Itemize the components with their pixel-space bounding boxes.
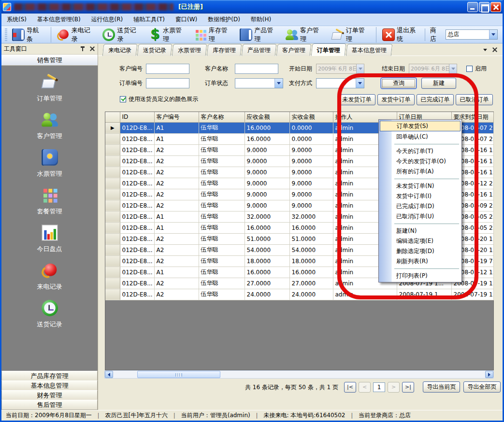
tab[interactable]: 基本信息管理: [346, 44, 393, 56]
end-date-picker[interactable]: 2009年 6月 8日: [409, 64, 457, 74]
pin-icon[interactable]: [80, 46, 86, 52]
query-button[interactable]: 查询: [381, 78, 417, 89]
order-status-combo[interactable]: [235, 78, 283, 88]
enable-checkbox[interactable]: [466, 66, 473, 72]
context-menu-item[interactable]: 删除选定项(D): [380, 246, 461, 256]
new-button[interactable]: 新建: [421, 78, 456, 89]
context-menu-item[interactable]: 今天的发货订单(O): [380, 156, 461, 167]
sidebar-item[interactable]: 今日盘点: [37, 224, 62, 253]
sidebar-item[interactable]: 套餐管理: [37, 186, 62, 216]
menu-bar-item[interactable]: 帮助(H): [245, 14, 276, 26]
row-selector-cell[interactable]: [105, 178, 120, 189]
export-current-page-button[interactable]: 导出当前页: [423, 381, 460, 393]
toolbar-button[interactable]: 产品管理: [236, 27, 282, 42]
tab[interactable]: 来电记录: [102, 44, 138, 56]
context-menu-item[interactable]: [380, 177, 461, 181]
tab[interactable]: 送货记录: [137, 44, 173, 56]
tab[interactable]: 库存管理: [207, 44, 242, 56]
column-header[interactable]: 应收金额: [245, 112, 289, 122]
status-filter-button[interactable]: 已完成订单: [417, 94, 454, 105]
sidebar-item[interactable]: 水票管理: [37, 149, 62, 178]
sidebar-item[interactable]: 送货记录: [37, 299, 62, 329]
context-menu-item[interactable]: [380, 267, 461, 271]
row-selector-cell[interactable]: [105, 167, 120, 178]
context-menu-item[interactable]: 新建(N): [380, 226, 461, 236]
maximize-button[interactable]: [479, 2, 490, 12]
close-button[interactable]: [490, 2, 501, 12]
row-selector-cell[interactable]: [105, 144, 120, 155]
sidebar-item[interactable]: 客户管理: [37, 111, 62, 141]
column-header[interactable]: [105, 112, 120, 122]
toolbar-button[interactable]: 库存管理: [191, 27, 237, 42]
scroll-right-button[interactable]: [485, 371, 493, 378]
status-filter-button[interactable]: 发货中订单: [377, 94, 415, 105]
toolbar-grip[interactable]: [5, 28, 7, 41]
shop-combo[interactable]: 总店: [446, 29, 498, 40]
tab[interactable]: 订单管理: [311, 43, 346, 56]
tab[interactable]: 客户管理: [276, 44, 312, 56]
pay-method-drop[interactable]: [356, 79, 364, 88]
next-page-button[interactable]: >: [388, 382, 400, 393]
order-no-input[interactable]: [146, 78, 189, 88]
context-menu-item[interactable]: 已取消订单(U): [380, 211, 461, 222]
context-menu-item[interactable]: 刷新列表(R): [380, 256, 461, 267]
driver-color-checkbox[interactable]: [120, 96, 126, 102]
export-all-pages-button[interactable]: 导出全部页: [463, 381, 501, 393]
tab[interactable]: 水票管理: [172, 44, 207, 56]
scroll-left-button[interactable]: [105, 371, 113, 378]
page-number-input[interactable]: [373, 382, 385, 392]
menu-bar-item[interactable]: 系统(S): [1, 14, 32, 26]
row-selector-cell[interactable]: ▶: [105, 122, 120, 133]
row-selector-cell[interactable]: [105, 278, 120, 289]
toolbar-button[interactable]: 客户管理: [282, 27, 328, 42]
customer-name-input[interactable]: [235, 64, 278, 74]
status-filter-button[interactable]: 未发货订单: [338, 94, 375, 105]
context-menu-item[interactable]: 已完成订单(D): [380, 201, 461, 211]
context-menu-item[interactable]: 编辑选定项(E): [380, 236, 461, 246]
row-selector-cell[interactable]: [105, 255, 120, 267]
start-date-drop[interactable]: [356, 64, 364, 73]
row-selector-cell[interactable]: [105, 289, 120, 300]
toolbar-button[interactable]: 送货记录: [99, 27, 145, 42]
context-menu-item[interactable]: [380, 142, 461, 146]
first-page-button[interactable]: |<: [344, 382, 356, 393]
sidebar-group-bar[interactable]: 基本信息管理: [1, 380, 98, 391]
toolbar-button[interactable]: 水票管理: [145, 27, 191, 42]
pay-method-combo[interactable]: [316, 78, 364, 88]
column-header[interactable]: 客户名称: [199, 112, 245, 122]
scrollbar-thumb[interactable]: [137, 371, 220, 378]
context-menu-item[interactable]: 未发货订单(N): [380, 181, 461, 191]
menu-bar-item[interactable]: 数据维护(D): [202, 14, 245, 26]
context-menu-item[interactable]: 所有的订单(A): [380, 167, 461, 177]
menu-bar-item[interactable]: 窗口(W): [170, 14, 202, 26]
context-menu-item[interactable]: 回单确认(C): [380, 132, 461, 142]
start-date-picker[interactable]: 2009年 6月 8日: [316, 64, 364, 74]
context-menu-item[interactable]: 打印列表(P): [380, 271, 461, 281]
context-menu-item[interactable]: 订单发货(S): [380, 121, 461, 131]
tab-list-dropdown-icon[interactable]: [483, 49, 487, 51]
scrollbar-track[interactable]: [113, 371, 485, 378]
column-header[interactable]: 客户编号: [154, 112, 199, 122]
context-menu-item[interactable]: [380, 222, 461, 226]
row-selector-cell[interactable]: [105, 133, 120, 144]
shop-combo-drop[interactable]: [489, 30, 497, 39]
menu-bar-item[interactable]: 辅助工具(T): [128, 14, 170, 26]
row-selector-cell[interactable]: [105, 222, 120, 233]
column-header[interactable]: 实收金额: [289, 112, 333, 122]
toolbar-button[interactable]: 来电记录: [51, 27, 100, 42]
table-row[interactable]: 012D-E8... A2 伍华聪 24.0000 24.0000 admin …: [105, 289, 493, 300]
sidebar-group-bar[interactable]: 售后管理: [1, 400, 98, 410]
menu-bar-item[interactable]: 基本信息管理(B): [32, 14, 86, 26]
row-selector-cell[interactable]: [105, 211, 120, 222]
row-selector-cell[interactable]: [105, 155, 120, 167]
toolbar-button[interactable]: 退出系统: [376, 27, 425, 42]
row-selector-cell[interactable]: [105, 233, 120, 244]
tab[interactable]: 产品管理: [242, 44, 277, 56]
last-page-button[interactable]: >|: [402, 382, 414, 393]
row-selector-cell[interactable]: [105, 200, 120, 211]
column-header[interactable]: ID: [120, 112, 154, 122]
end-date-drop[interactable]: [449, 64, 457, 73]
status-filter-button[interactable]: 已取消订单: [456, 94, 493, 105]
customer-no-input[interactable]: [146, 64, 189, 74]
order-status-drop[interactable]: [274, 79, 283, 88]
